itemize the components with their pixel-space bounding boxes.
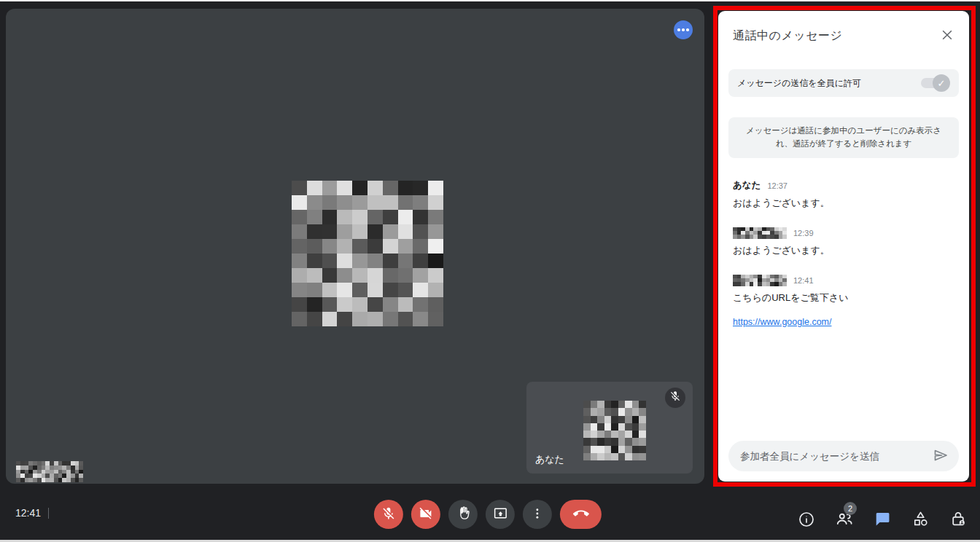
participants-count-badge: 2 xyxy=(844,502,857,515)
censored-message-sender xyxy=(733,227,787,239)
message-link[interactable]: https://www.google.com/ xyxy=(733,317,831,327)
allow-messages-toggle-row: メッセージの送信を全員に許可 ✓ xyxy=(728,69,959,97)
host-controls-lock-icon xyxy=(949,510,968,530)
chat-message: あなた 12:37 おはようございます。 xyxy=(733,180,954,210)
more-options-button[interactable] xyxy=(523,500,552,529)
message-input[interactable] xyxy=(740,451,930,462)
meeting-control-bar: 12:41 xyxy=(0,486,980,540)
meeting-clock: 12:41 xyxy=(15,507,41,519)
raise-hand-button[interactable] xyxy=(448,500,478,529)
close-icon xyxy=(940,28,954,44)
allow-messages-toggle-label: メッセージの送信を全員に許可 xyxy=(737,77,861,90)
message-sender: あなた xyxy=(733,180,761,192)
info-icon xyxy=(798,511,815,530)
close-panel-button[interactable] xyxy=(938,27,956,44)
mic-off-icon xyxy=(669,390,681,405)
allow-messages-toggle[interactable]: ✓ xyxy=(921,78,946,88)
tile-more-options-button[interactable] xyxy=(674,20,693,39)
in-call-messages-panel: 通話中のメッセージ メッセージの送信を全員に許可 ✓ メッセージは通話に参加中の… xyxy=(718,11,969,482)
message-time: 12:37 xyxy=(767,181,788,190)
send-icon xyxy=(932,447,949,466)
shapes-icon xyxy=(911,510,930,530)
window-edge-top xyxy=(0,0,980,1)
videocam-off-icon xyxy=(419,506,433,523)
censored-participant-name xyxy=(16,461,83,482)
message-composer xyxy=(728,441,959,471)
self-view-tile[interactable]: あなた xyxy=(526,382,693,474)
chat-message: 12:39 おはようございます。 xyxy=(733,227,954,257)
message-time: 12:39 xyxy=(793,229,814,237)
host-controls-button[interactable] xyxy=(948,507,968,530)
chat-message: 12:41 こちらのURLをご覧下さい https://www.google.c… xyxy=(733,275,954,328)
main-video-tile: あなた xyxy=(6,9,704,484)
message-text: こちらのURLをご覧下さい xyxy=(733,291,954,305)
panel-launcher-icons: 2 xyxy=(796,507,968,530)
self-view-label: あなた xyxy=(535,453,564,466)
censored-message-sender xyxy=(733,275,787,286)
participants-button[interactable]: 2 xyxy=(834,507,855,530)
camera-toggle-button[interactable] xyxy=(411,500,440,529)
chat-bubble-icon xyxy=(874,510,892,530)
toggle-knob-check-icon: ✓ xyxy=(933,74,950,92)
chat-panel-header: 通話中のメッセージ xyxy=(718,11,969,44)
clock-divider xyxy=(48,508,49,519)
censored-self-video xyxy=(583,401,646,460)
message-text: おはようございます。 xyxy=(733,244,954,257)
activities-button[interactable] xyxy=(910,507,930,530)
mic-off-icon xyxy=(381,506,396,523)
censored-participant-video xyxy=(292,181,443,326)
chat-retention-notice: メッセージは通話に参加中のユーザーにのみ表示され、通話が終了すると削除されます xyxy=(728,117,959,158)
message-time: 12:41 xyxy=(793,276,814,285)
present-to-all-icon xyxy=(492,506,508,523)
message-list: あなた 12:37 おはようございます。 12:39 おはようございます。 12… xyxy=(718,180,969,441)
microphone-toggle-button[interactable] xyxy=(374,500,403,529)
self-mic-muted-badge xyxy=(665,388,685,408)
call-end-icon xyxy=(572,506,588,524)
meeting-details-button[interactable] xyxy=(796,507,817,530)
raise-hand-icon xyxy=(455,506,470,523)
more-vertical-icon xyxy=(531,507,544,522)
send-message-button[interactable] xyxy=(930,445,952,467)
call-controls xyxy=(374,500,602,529)
chat-panel-title: 通話中のメッセージ xyxy=(733,28,842,44)
message-text: おはようございます。 xyxy=(733,197,954,210)
present-screen-button[interactable] xyxy=(486,500,515,529)
chat-button[interactable] xyxy=(872,507,892,530)
end-call-button[interactable] xyxy=(560,500,602,529)
